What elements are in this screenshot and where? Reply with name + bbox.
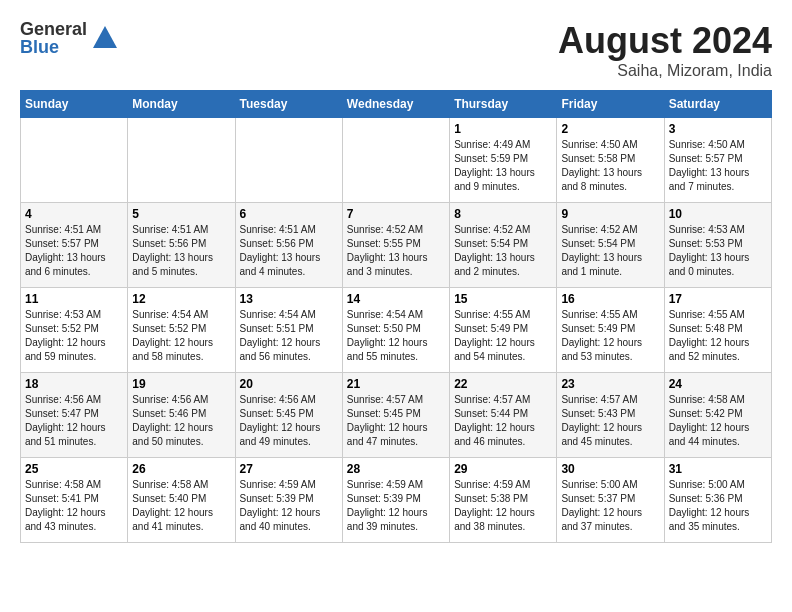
day-number: 30 — [561, 462, 659, 476]
day-number: 22 — [454, 377, 552, 391]
day-number: 29 — [454, 462, 552, 476]
day-info: Sunrise: 5:00 AM Sunset: 5:36 PM Dayligh… — [669, 478, 767, 534]
column-header-sunday: Sunday — [21, 91, 128, 118]
day-info: Sunrise: 4:56 AM Sunset: 5:46 PM Dayligh… — [132, 393, 230, 449]
day-number: 9 — [561, 207, 659, 221]
calendar-table: SundayMondayTuesdayWednesdayThursdayFrid… — [20, 90, 772, 543]
day-number: 3 — [669, 122, 767, 136]
calendar-cell: 25Sunrise: 4:58 AM Sunset: 5:41 PM Dayli… — [21, 458, 128, 543]
day-info: Sunrise: 5:00 AM Sunset: 5:37 PM Dayligh… — [561, 478, 659, 534]
calendar-cell: 10Sunrise: 4:53 AM Sunset: 5:53 PM Dayli… — [664, 203, 771, 288]
calendar-cell: 16Sunrise: 4:55 AM Sunset: 5:49 PM Dayli… — [557, 288, 664, 373]
day-info: Sunrise: 4:56 AM Sunset: 5:47 PM Dayligh… — [25, 393, 123, 449]
calendar-cell: 2Sunrise: 4:50 AM Sunset: 5:58 PM Daylig… — [557, 118, 664, 203]
day-number: 27 — [240, 462, 338, 476]
calendar-cell: 20Sunrise: 4:56 AM Sunset: 5:45 PM Dayli… — [235, 373, 342, 458]
day-info: Sunrise: 4:54 AM Sunset: 5:50 PM Dayligh… — [347, 308, 445, 364]
day-info: Sunrise: 4:57 AM Sunset: 5:44 PM Dayligh… — [454, 393, 552, 449]
calendar-cell: 1Sunrise: 4:49 AM Sunset: 5:59 PM Daylig… — [450, 118, 557, 203]
calendar-cell — [128, 118, 235, 203]
day-number: 23 — [561, 377, 659, 391]
day-info: Sunrise: 4:49 AM Sunset: 5:59 PM Dayligh… — [454, 138, 552, 194]
column-header-monday: Monday — [128, 91, 235, 118]
day-info: Sunrise: 4:52 AM Sunset: 5:54 PM Dayligh… — [561, 223, 659, 279]
column-header-wednesday: Wednesday — [342, 91, 449, 118]
day-number: 17 — [669, 292, 767, 306]
day-number: 21 — [347, 377, 445, 391]
day-info: Sunrise: 4:53 AM Sunset: 5:53 PM Dayligh… — [669, 223, 767, 279]
calendar-cell: 11Sunrise: 4:53 AM Sunset: 5:52 PM Dayli… — [21, 288, 128, 373]
day-number: 24 — [669, 377, 767, 391]
calendar-cell: 3Sunrise: 4:50 AM Sunset: 5:57 PM Daylig… — [664, 118, 771, 203]
calendar-cell: 23Sunrise: 4:57 AM Sunset: 5:43 PM Dayli… — [557, 373, 664, 458]
day-number: 6 — [240, 207, 338, 221]
calendar-cell — [235, 118, 342, 203]
day-number: 8 — [454, 207, 552, 221]
day-number: 16 — [561, 292, 659, 306]
calendar-cell: 4Sunrise: 4:51 AM Sunset: 5:57 PM Daylig… — [21, 203, 128, 288]
calendar-cell: 13Sunrise: 4:54 AM Sunset: 5:51 PM Dayli… — [235, 288, 342, 373]
day-info: Sunrise: 4:57 AM Sunset: 5:43 PM Dayligh… — [561, 393, 659, 449]
calendar-cell: 24Sunrise: 4:58 AM Sunset: 5:42 PM Dayli… — [664, 373, 771, 458]
logo-general-text: General — [20, 20, 87, 38]
day-info: Sunrise: 4:58 AM Sunset: 5:42 PM Dayligh… — [669, 393, 767, 449]
day-info: Sunrise: 4:58 AM Sunset: 5:40 PM Dayligh… — [132, 478, 230, 534]
day-number: 14 — [347, 292, 445, 306]
day-number: 18 — [25, 377, 123, 391]
day-info: Sunrise: 4:50 AM Sunset: 5:58 PM Dayligh… — [561, 138, 659, 194]
day-info: Sunrise: 4:59 AM Sunset: 5:39 PM Dayligh… — [240, 478, 338, 534]
calendar-cell: 5Sunrise: 4:51 AM Sunset: 5:56 PM Daylig… — [128, 203, 235, 288]
calendar-cell: 19Sunrise: 4:56 AM Sunset: 5:46 PM Dayli… — [128, 373, 235, 458]
calendar-cell: 8Sunrise: 4:52 AM Sunset: 5:54 PM Daylig… — [450, 203, 557, 288]
column-header-thursday: Thursday — [450, 91, 557, 118]
day-number: 4 — [25, 207, 123, 221]
day-number: 13 — [240, 292, 338, 306]
day-info: Sunrise: 4:54 AM Sunset: 5:52 PM Dayligh… — [132, 308, 230, 364]
day-number: 5 — [132, 207, 230, 221]
calendar-cell: 12Sunrise: 4:54 AM Sunset: 5:52 PM Dayli… — [128, 288, 235, 373]
day-number: 7 — [347, 207, 445, 221]
calendar-week-5: 25Sunrise: 4:58 AM Sunset: 5:41 PM Dayli… — [21, 458, 772, 543]
calendar-cell: 31Sunrise: 5:00 AM Sunset: 5:36 PM Dayli… — [664, 458, 771, 543]
calendar-week-3: 11Sunrise: 4:53 AM Sunset: 5:52 PM Dayli… — [21, 288, 772, 373]
logo: General Blue — [20, 20, 119, 56]
day-number: 31 — [669, 462, 767, 476]
column-header-tuesday: Tuesday — [235, 91, 342, 118]
day-info: Sunrise: 4:55 AM Sunset: 5:49 PM Dayligh… — [454, 308, 552, 364]
day-info: Sunrise: 4:55 AM Sunset: 5:49 PM Dayligh… — [561, 308, 659, 364]
svg-marker-0 — [93, 26, 117, 48]
day-number: 11 — [25, 292, 123, 306]
calendar-cell: 22Sunrise: 4:57 AM Sunset: 5:44 PM Dayli… — [450, 373, 557, 458]
calendar-cell: 21Sunrise: 4:57 AM Sunset: 5:45 PM Dayli… — [342, 373, 449, 458]
day-info: Sunrise: 4:51 AM Sunset: 5:57 PM Dayligh… — [25, 223, 123, 279]
day-info: Sunrise: 4:59 AM Sunset: 5:39 PM Dayligh… — [347, 478, 445, 534]
month-year: August 2024 — [558, 20, 772, 62]
day-number: 19 — [132, 377, 230, 391]
day-number: 12 — [132, 292, 230, 306]
day-number: 1 — [454, 122, 552, 136]
logo-icon — [91, 24, 119, 52]
day-info: Sunrise: 4:51 AM Sunset: 5:56 PM Dayligh… — [240, 223, 338, 279]
day-info: Sunrise: 4:53 AM Sunset: 5:52 PM Dayligh… — [25, 308, 123, 364]
calendar-cell: 18Sunrise: 4:56 AM Sunset: 5:47 PM Dayli… — [21, 373, 128, 458]
column-header-saturday: Saturday — [664, 91, 771, 118]
calendar-cell: 9Sunrise: 4:52 AM Sunset: 5:54 PM Daylig… — [557, 203, 664, 288]
calendar-cell: 7Sunrise: 4:52 AM Sunset: 5:55 PM Daylig… — [342, 203, 449, 288]
title-block: August 2024 Saiha, Mizoram, India — [558, 20, 772, 80]
day-info: Sunrise: 4:59 AM Sunset: 5:38 PM Dayligh… — [454, 478, 552, 534]
day-info: Sunrise: 4:52 AM Sunset: 5:55 PM Dayligh… — [347, 223, 445, 279]
day-number: 15 — [454, 292, 552, 306]
day-info: Sunrise: 4:55 AM Sunset: 5:48 PM Dayligh… — [669, 308, 767, 364]
day-info: Sunrise: 4:51 AM Sunset: 5:56 PM Dayligh… — [132, 223, 230, 279]
calendar-cell: 14Sunrise: 4:54 AM Sunset: 5:50 PM Dayli… — [342, 288, 449, 373]
calendar-cell: 30Sunrise: 5:00 AM Sunset: 5:37 PM Dayli… — [557, 458, 664, 543]
column-header-friday: Friday — [557, 91, 664, 118]
calendar-cell: 26Sunrise: 4:58 AM Sunset: 5:40 PM Dayli… — [128, 458, 235, 543]
calendar-header-row: SundayMondayTuesdayWednesdayThursdayFrid… — [21, 91, 772, 118]
calendar-cell: 27Sunrise: 4:59 AM Sunset: 5:39 PM Dayli… — [235, 458, 342, 543]
day-number: 25 — [25, 462, 123, 476]
day-number: 10 — [669, 207, 767, 221]
calendar-cell — [21, 118, 128, 203]
day-number: 20 — [240, 377, 338, 391]
logo-blue-text: Blue — [20, 38, 87, 56]
